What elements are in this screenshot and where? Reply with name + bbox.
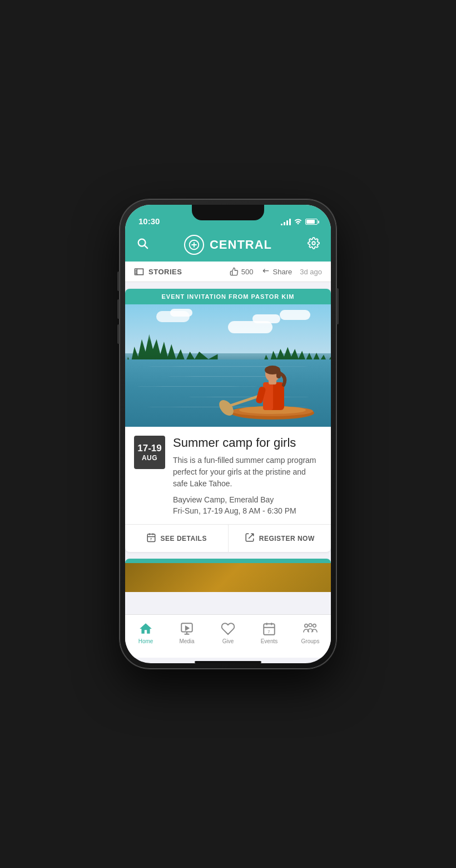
svg-rect-9 (263, 382, 273, 410)
svg-line-1 (145, 246, 148, 249)
battery-icon (305, 219, 318, 225)
groups-icon (303, 622, 318, 636)
stories-label[interactable]: STORIES (134, 268, 182, 276)
nav-media[interactable]: Media (166, 619, 207, 647)
svg-point-0 (138, 239, 146, 246)
events-icon: 7 (262, 622, 276, 636)
event-details: Summer camp for girls This is a fun-fill… (173, 436, 322, 515)
media-icon (180, 622, 194, 636)
nav-give[interactable]: Give (207, 619, 249, 647)
stories-bar: STORIES 500 Share (125, 262, 331, 282)
status-time: 10:30 (138, 216, 160, 226)
next-card-image (125, 563, 331, 592)
nav-give-label: Give (222, 638, 234, 644)
event-banner: EVENT INVITATION FROM PASTOR KIM (125, 289, 331, 304)
event-title: Summer camp for girls (173, 436, 322, 450)
app-title: CENTRAL (210, 238, 272, 252)
give-icon (221, 622, 235, 636)
svg-point-2 (312, 241, 315, 245)
svg-point-28 (305, 624, 308, 628)
see-details-label: SEE DETAILS (161, 535, 207, 542)
date-days: 17-19 (137, 443, 161, 454)
register-label: REGISTER NOW (259, 535, 315, 542)
event-info: 17-19 AUG Summer camp for girls This is … (125, 427, 331, 524)
canoe-svg (125, 304, 331, 427)
next-card-banner (125, 559, 331, 563)
notch (192, 205, 264, 220)
svg-text:7: 7 (150, 538, 152, 541)
next-card-preview (125, 559, 331, 592)
home-icon (138, 622, 153, 636)
time-ago: 3d ago (300, 268, 322, 276)
svg-point-30 (313, 624, 316, 628)
date-month: AUG (142, 454, 157, 462)
search-button[interactable] (136, 237, 148, 253)
wifi-icon (294, 218, 303, 226)
signal-icon (281, 219, 291, 225)
calendar-icon: 7 (146, 532, 156, 544)
nav-home[interactable]: Home (125, 619, 166, 647)
see-details-button[interactable]: 7 SEE DETAILS (125, 525, 229, 552)
app-logo (184, 235, 204, 255)
stories-actions: 500 Share 3d ago (230, 267, 322, 276)
app-header: CENTRAL (125, 229, 331, 262)
nav-groups[interactable]: Groups (290, 619, 331, 647)
nav-groups-label: Groups (301, 638, 320, 644)
svg-text:7: 7 (267, 629, 270, 634)
svg-point-29 (309, 624, 312, 627)
register-now-button[interactable]: REGISTER NOW (229, 525, 331, 552)
content-area: STORIES 500 Share (125, 262, 331, 614)
register-icon (245, 532, 255, 544)
nav-media-label: Media (179, 638, 194, 644)
header-brand: CENTRAL (184, 235, 272, 255)
nav-events-label: Events (261, 638, 278, 644)
event-description: This is a fun-filled summer camp program… (173, 455, 322, 490)
bottom-nav: Home Media Give (125, 614, 331, 658)
event-actions: 7 SEE DETAILS REGISTER NOW (125, 524, 331, 552)
date-badge: 17-19 AUG (134, 436, 165, 469)
event-card: EVENT INVITATION FROM PASTOR KIM (125, 289, 331, 552)
status-icons (281, 218, 318, 226)
share-action[interactable]: Share (261, 267, 293, 276)
phone-screen: 10:30 (125, 205, 331, 663)
like-action[interactable]: 500 (230, 267, 254, 276)
event-schedule: Fri-Sun, 17-19 Aug, 8 AM - 6:30 PM (173, 506, 322, 515)
event-location: Bayview Camp, Emerald Bay (173, 495, 322, 504)
event-image (125, 304, 331, 427)
settings-button[interactable] (308, 237, 320, 253)
nav-events[interactable]: 7 Events (249, 619, 290, 647)
home-indicator (195, 661, 261, 663)
nav-home-label: Home (138, 638, 153, 644)
phone-frame: 10:30 (120, 199, 336, 669)
